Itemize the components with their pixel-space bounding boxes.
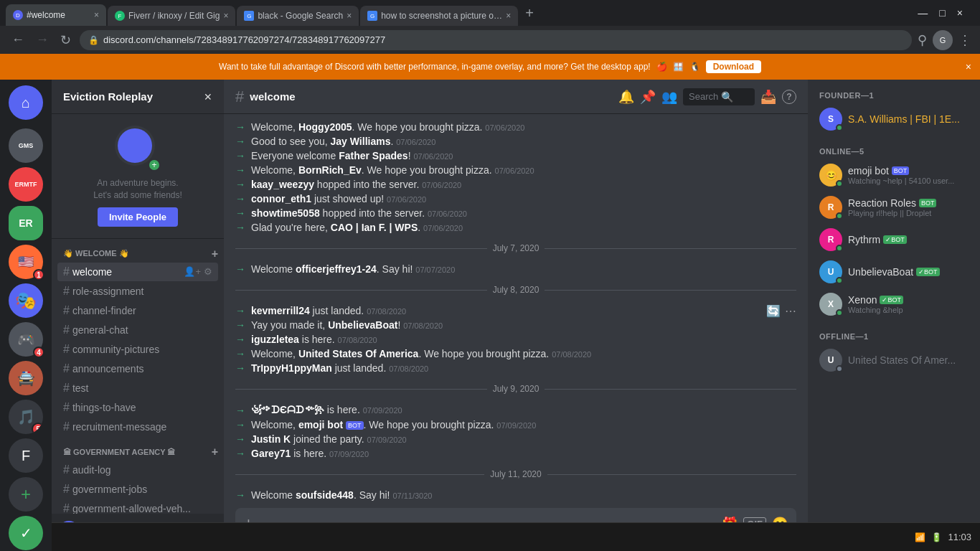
server-icon-s10[interactable]: F: [9, 438, 43, 473]
server-icon-s7[interactable]: 🎮 4: [9, 322, 43, 357]
channel-welcome-settings[interactable]: ⚙: [204, 266, 212, 277]
message-row: → Welcome, Hoggy2005. We hope you brough…: [224, 120, 808, 134]
tab-discord-close[interactable]: ×: [94, 10, 99, 20]
member-avatar: R: [819, 228, 842, 251]
server-icon-s9[interactable]: 🎵 5: [9, 400, 43, 434]
category-government-agency[interactable]: 🏛 GOVERNMENT AGENCY 🏛 +: [52, 437, 224, 460]
server-icon-er[interactable]: ER: [9, 206, 43, 240]
member-activity: Watching &help: [848, 306, 969, 314]
browser-search-icon[interactable]: ⚲: [918, 32, 927, 48]
member-activity: Playing rl!help || Droplet: [848, 209, 969, 217]
inbox-button[interactable]: 📥: [760, 89, 776, 105]
channel-gov-allowed-veh[interactable]: # government-allowed-veh...: [57, 499, 218, 514]
join-arrow-icon: →: [235, 193, 245, 204]
message-row: → Glad you're here, CAO | Ian F. | WPS. …: [224, 220, 808, 235]
channel-name: things-to-have: [72, 402, 212, 413]
back-button[interactable]: ←: [9, 29, 27, 50]
tab-google1-close[interactable]: ×: [347, 11, 352, 21]
banner-download-button[interactable]: Download: [706, 60, 761, 73]
channel-header: # welcome 🔔 📌 👥 Search 🔍 📥 ?: [224, 80, 808, 114]
member-item-usa[interactable]: U United States Of Amer...: [814, 344, 974, 376]
channel-announcements[interactable]: # announcements: [57, 359, 218, 378]
member-item-sa-williams[interactable]: S S.A. Williams | FBI | 1E...: [814, 103, 974, 135]
forward-button[interactable]: →: [33, 29, 52, 50]
channel-things-to-have[interactable]: # things-to-have: [57, 398, 218, 417]
channel-channel-finder[interactable]: # channel-finder: [57, 301, 218, 320]
tab-google1[interactable]: G black - Google Search ×: [237, 6, 359, 26]
tab-fiverr[interactable]: F Fiverr / iknoxy / Edit Gig ×: [108, 6, 235, 26]
refresh-button[interactable]: ↻: [57, 29, 74, 51]
channel-search-bar[interactable]: Search 🔍: [683, 88, 755, 105]
taskbar-system-tray: 📶 🔋 11:03: [915, 532, 980, 542]
address-bar[interactable]: 🔒 discord.com/channels/72834891776209727…: [80, 30, 912, 50]
sidebar-header[interactable]: Eviction Roleplay ✕: [52, 80, 224, 114]
join-arrow-icon: →: [235, 136, 245, 147]
tab-google2-close[interactable]: ×: [506, 11, 511, 21]
join-arrow-icon: →: [235, 263, 245, 275]
tab-discord-title: #welcome: [27, 10, 90, 20]
member-avatar: X: [819, 293, 842, 316]
server-icon-s6[interactable]: 🎭: [9, 283, 43, 318]
channel-recruitment-message[interactable]: # recruitment-message: [57, 418, 218, 436]
tab-google2[interactable]: G how to screenshot a picture on | ×: [360, 6, 518, 26]
channel-government-jobs[interactable]: # government-jobs: [57, 480, 218, 499]
message-row: → kaay_weezyy hopped into the server. 07…: [224, 177, 808, 192]
join-arrow-icon: →: [235, 305, 245, 316]
minimize-button[interactable]: —: [918, 7, 928, 19]
channel-welcome[interactable]: # welcome 👤+ ⚙: [57, 263, 218, 281]
channel-name: general-chat: [72, 324, 212, 336]
divider-line: [235, 389, 487, 390]
server-icon-gms[interactable]: GMS: [9, 128, 43, 163]
banner-close-button[interactable]: ×: [966, 61, 971, 72]
member-avatar: U: [819, 349, 842, 372]
member-item-reaction-roles[interactable]: R Reaction Roles BOT Playing rl!help || …: [814, 192, 974, 223]
more-options-button[interactable]: ⋯: [785, 304, 796, 318]
channel-role-assignment[interactable]: # role-assignment: [57, 282, 218, 301]
category-welcome-add[interactable]: +: [212, 248, 218, 260]
channel-audit-log[interactable]: # audit-log: [57, 461, 218, 479]
channel-community-pictures[interactable]: # community-pictures: [57, 340, 218, 359]
members-list-button[interactable]: 👥: [661, 89, 677, 105]
channel-welcome-add-member[interactable]: 👤+: [184, 266, 201, 277]
help-button[interactable]: ?: [782, 90, 796, 104]
tab-discord[interactable]: D #welcome ×: [6, 4, 106, 26]
refresh-reaction-button[interactable]: 🔄: [766, 304, 781, 318]
discord-home-button[interactable]: ⌂: [9, 85, 43, 120]
tab-google1-title: black - Google Search: [258, 11, 343, 21]
member-name-label: Rythrm: [848, 234, 880, 245]
member-name-row: Rythrm ✓BOT: [848, 234, 969, 245]
browser-menu-button[interactable]: ⋮: [958, 32, 971, 48]
invite-people-button[interactable]: Invite People: [98, 207, 178, 227]
member-name-label: United States Of Amer...: [848, 354, 969, 366]
invite-text: An adventure begins.Let's add some frien…: [93, 177, 182, 202]
member-item-emoji-bot[interactable]: 😊 emoji bot BOT Watching ~help | 54100 u…: [814, 159, 974, 191]
category-gov-add[interactable]: +: [212, 446, 218, 458]
member-info: Xenon ✓BOT Watching &help: [848, 294, 969, 314]
sidebar: Eviction Roleplay ✕ + An adventure begin…: [52, 80, 224, 551]
wifi-icon: 📶: [915, 532, 925, 542]
channel-general-chat[interactable]: # general-chat: [57, 321, 218, 339]
server-icon-s8[interactable]: 🚔: [9, 361, 43, 395]
server-icon-bar: ⌂ GMS ERMTF ER 🇺🇸 1 🎭 🎮 4 🚔 🎵 5: [0, 54, 52, 551]
server-icon-ermtf[interactable]: ERMTF: [9, 167, 43, 202]
notification-bell-button[interactable]: 🔔: [618, 89, 634, 105]
tab-fiverr-close[interactable]: ×: [223, 11, 228, 21]
channel-test[interactable]: # test: [57, 379, 218, 397]
bot-tag: BOT: [892, 166, 910, 175]
server-icon-verify[interactable]: ✓: [9, 516, 43, 550]
member-item-unbelievaboat[interactable]: U UnbelievaBoat ✓BOT: [814, 256, 974, 288]
google2-favicon: G: [367, 11, 377, 21]
category-welcome[interactable]: 👋 WELCOME 👋 +: [52, 239, 224, 262]
message-row: → Welcome soufside448. Say hi! 07/11/302…: [224, 488, 808, 502]
new-tab-button[interactable]: +: [519, 5, 540, 22]
server-icon-add[interactable]: +: [9, 477, 43, 512]
profile-button[interactable]: G: [933, 30, 953, 50]
maximize-button[interactable]: □: [939, 7, 945, 19]
server-icon-s5[interactable]: 🇺🇸 1: [9, 245, 43, 279]
bot-tag: ✓BOT: [880, 296, 903, 304]
message-hover-actions: 🔄 ⋯: [766, 304, 796, 318]
pin-button[interactable]: 📌: [640, 89, 656, 105]
member-item-xenon[interactable]: X Xenon ✓BOT Watching &help: [814, 288, 974, 320]
close-window-button[interactable]: ×: [957, 7, 963, 19]
member-item-rythrm[interactable]: R Rythrm ✓BOT: [814, 224, 974, 255]
